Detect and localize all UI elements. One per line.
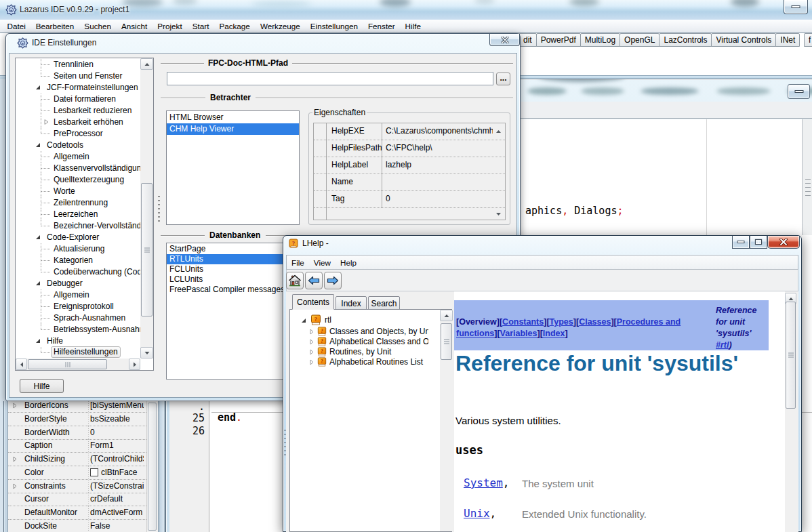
uses-keyword: uses xyxy=(455,443,483,457)
lhelp-left-edge-grip[interactable] xyxy=(284,430,286,458)
help-book-icon: ? xyxy=(317,357,327,367)
unit-description: Various system utilities. xyxy=(455,415,561,426)
collapsed-arrow-icon[interactable] xyxy=(310,329,314,336)
unit-link-unix[interactable]: Unix xyxy=(464,507,490,520)
lhelp-content-scrollbar[interactable] xyxy=(785,293,796,532)
lhelp-tree-item-label: Alphabetical Routines List xyxy=(329,357,428,367)
svg-text:?: ? xyxy=(314,316,318,323)
lhelp-tree-root[interactable]: ?rtl xyxy=(290,315,439,325)
header-link-constants[interactable]: Constants xyxy=(502,317,544,327)
lhelp-contents-tree[interactable]: ?rtl?Classes and Objects, by Unit?Alphab… xyxy=(289,309,452,532)
header-ref-rtl-link[interactable]: #rtl xyxy=(716,340,729,350)
home-button[interactable] xyxy=(286,272,304,289)
lhelp-close-button[interactable] xyxy=(767,236,800,249)
scrollbar-thumb[interactable] xyxy=(786,302,796,409)
lhelp-window-title: LHelp - xyxy=(302,239,329,248)
page-header-links: [Overview][Constants][Types][Classes][Pr… xyxy=(456,316,691,339)
header-link-classes[interactable]: Classes xyxy=(579,317,611,327)
lhelp-menu-file[interactable]: File xyxy=(287,256,309,269)
lhelp-tab-contents[interactable]: Contents xyxy=(292,294,334,310)
lhelp-tab-search[interactable]: Search xyxy=(368,296,400,310)
page-heading: Reference for unit 'sysutils' xyxy=(455,351,738,376)
lhelp-window: ? LHelp - FileViewHelp xyxy=(0,0,812,532)
collapsed-arrow-icon[interactable] xyxy=(310,339,314,346)
forward-button[interactable] xyxy=(324,272,342,289)
expanded-arrow-icon[interactable] xyxy=(302,319,306,323)
svg-text:?: ? xyxy=(321,359,323,365)
lhelp-app-icon: ? xyxy=(289,238,299,251)
lhelp-tree-item-label: Alphabetical Classes and Objects List xyxy=(329,337,428,347)
header-link-variables[interactable]: Variables xyxy=(500,329,537,338)
lhelp-toolbar xyxy=(286,270,798,291)
svg-text:?: ? xyxy=(321,338,323,344)
unit-separator: , xyxy=(503,476,510,489)
collapsed-arrow-icon[interactable] xyxy=(310,349,314,356)
unit-separator: , xyxy=(490,507,497,520)
unit-description-text: The system unit xyxy=(522,478,594,489)
lhelp-tree-root-label: rtl xyxy=(325,315,331,325)
svg-text:?: ? xyxy=(321,328,323,334)
lhelp-menu-help[interactable]: Help xyxy=(336,256,361,269)
lhelp-menu-items: FileViewHelp xyxy=(287,255,361,269)
collapsed-arrow-icon[interactable] xyxy=(310,359,314,367)
lhelp-tree-item[interactable]: ?Alphabetical Routines List xyxy=(290,357,441,367)
lhelp-html-content: [Overview][Constants][Types][Classes][Pr… xyxy=(454,291,785,532)
page-header-reference: Reference for unit 'sysutils' #rtl) xyxy=(716,305,765,351)
lhelp-tree-item[interactable]: ?Classes and Objects, by Unit xyxy=(290,327,441,337)
header-link-index[interactable]: Index xyxy=(543,329,565,338)
lhelp-tree-item-label: Classes and Objects, by Unit xyxy=(329,327,428,337)
help-book-icon: ? xyxy=(317,327,327,337)
scrollbar-thumb-grip xyxy=(444,337,449,346)
lhelp-tree-item-label: Routines, by Unit xyxy=(329,347,428,357)
lhelp-tree-item[interactable]: ?Routines, by Unit xyxy=(290,347,441,357)
back-button[interactable] xyxy=(305,272,323,289)
svg-text:?: ? xyxy=(321,348,323,354)
help-book-icon: ? xyxy=(317,337,327,347)
lhelp-tree-item[interactable]: ?Alphabetical Classes and Objects List xyxy=(290,337,441,347)
lhelp-menu-view[interactable]: View xyxy=(309,256,336,269)
lhelp-minimize-button[interactable] xyxy=(732,236,750,249)
lhelp-menubar xyxy=(286,255,798,270)
header-link-types[interactable]: Types xyxy=(550,317,573,327)
svg-text:?: ? xyxy=(292,240,296,247)
header-text-overview: Overview xyxy=(459,317,497,327)
scrollbar-thumb[interactable] xyxy=(441,323,452,360)
scroll-up-arrow[interactable] xyxy=(440,310,453,321)
help-book-icon: ? xyxy=(317,347,327,357)
unit-link-system[interactable]: System xyxy=(464,476,503,489)
uses-unit-row: System, xyxy=(464,476,509,489)
lhelp-tab-index[interactable]: Index xyxy=(336,296,367,310)
lhelp-maximize-button[interactable] xyxy=(750,236,767,249)
scrollbar-thumb-grip xyxy=(788,350,794,360)
uses-unit-row: Unix, xyxy=(464,507,496,520)
help-book-icon: ? xyxy=(310,314,321,328)
page-header-box: [Overview][Constants][Types][Classes][Pr… xyxy=(454,300,769,350)
unit-description-text: Extended Unix functionality. xyxy=(522,508,647,520)
